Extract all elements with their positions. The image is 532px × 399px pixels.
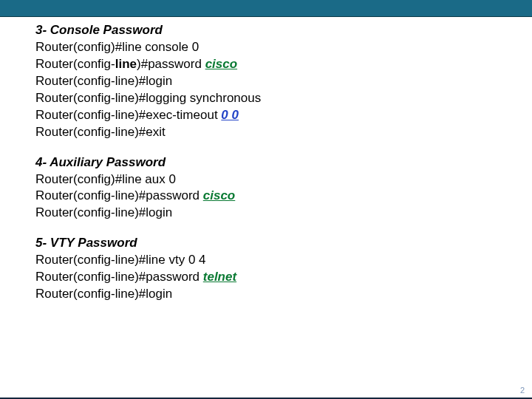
section-title-console: 3- Console Password [35,22,497,39]
page-number: 2 [520,386,525,395]
content-area: 3- Console Password Router(config)#line … [35,22,497,381]
title-bar [0,0,532,17]
spacer-1 [35,141,497,154]
aux-l2-value: cisco [203,188,235,202]
spacer-2 [35,222,497,235]
aux-line-1: Router(config)#line aux 0 [35,171,497,188]
console-line-6: Router(config-line)#exit [35,124,497,141]
aux-line-3: Router(config-line)#login [35,205,497,222]
console-l2-bold: line [115,57,137,71]
vty-line-1: Router(config-line)#line vty 0 4 [35,252,497,269]
section-title-aux: 4- Auxiliary Password [35,154,497,171]
vty-l2-value: telnet [203,270,236,284]
section-title-vty: 5- VTY Password [35,235,497,252]
console-l5-value: 0 0 [221,108,239,122]
console-l5-prefix: Router(config-line)#exec-timeout [35,108,221,122]
vty-line-3: Router(config-line)#login [35,286,497,303]
slide: 3- Console Password Router(config)#line … [0,0,532,399]
console-line-4: Router(config-line)#logging synchronous [35,90,497,107]
vty-l2-prefix: Router(config-line)#password [35,270,203,284]
console-line-3: Router(config-line)#login [35,73,497,90]
aux-line-2: Router(config-line)#password cisco [35,188,497,205]
aux-l2-prefix: Router(config-line)#password [35,188,203,202]
console-line-2: Router(config-line)#password cisco [35,56,497,73]
console-l2-prefix: Router(config- [35,57,115,71]
console-l2-suffix: )# [137,57,148,71]
console-l2-value: cisco [205,57,237,71]
console-l1-cmd: line console 0 [122,40,199,54]
console-line-5: Router(config-line)#exec-timeout 0 0 [35,107,497,124]
console-line-1: Router(config)#line console 0 [35,39,497,56]
console-l1-prefix: Router(config)# [35,40,122,54]
console-l2-cmd: password [148,57,205,71]
vty-line-2: Router(config-line)#password telnet [35,269,497,286]
